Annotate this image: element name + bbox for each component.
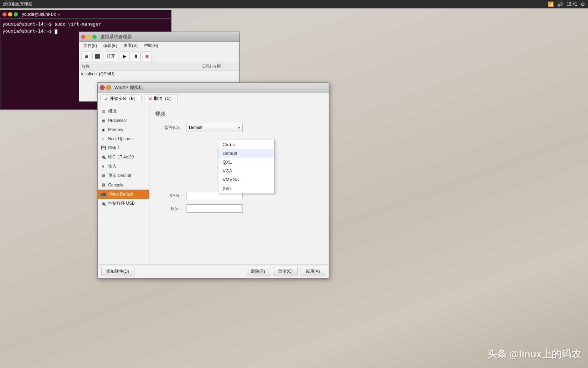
menu-edit[interactable]: 编辑(E) bbox=[100, 42, 120, 49]
sidebar-item-overview[interactable]: 🖥 概况 bbox=[98, 107, 149, 116]
vm-sidebar: 🖥 概况 ▦ Processor ▣ Memory ⌗ Boot Options… bbox=[98, 105, 149, 264]
toolbar-pause-btn[interactable]: ⏸ bbox=[131, 52, 141, 61]
apply-btn[interactable]: 应用(A) bbox=[301, 267, 325, 276]
taskbar-right: 📶 🔊 15:41 ⚙ bbox=[548, 1, 585, 7]
pause-icon: ⏸ bbox=[134, 54, 138, 59]
model-arrow: ▼ bbox=[237, 126, 241, 130]
sidebar-label-memory: Memory bbox=[108, 127, 123, 132]
cancel-action-label: 取消（C） bbox=[154, 96, 174, 102]
taskbar-time: 15:41 bbox=[567, 2, 577, 7]
model-label: 型号(O)： bbox=[155, 125, 183, 131]
model-dropdown: Cirrus Default QXL VGA VMVGA Xen bbox=[218, 140, 275, 193]
model-select-wrapper: Default ▼ Cirrus Default QXL VGA VMVGA X… bbox=[187, 123, 243, 132]
terminal-title: youxia@ubunt-14: ~ bbox=[22, 12, 60, 17]
overview-icon: 🖥 bbox=[100, 109, 106, 114]
sidebar-item-input[interactable]: 🖱 输入 bbox=[98, 162, 149, 171]
sidebar-item-disk1[interactable]: 💾 Disk 1 bbox=[98, 143, 149, 152]
dropdown-item-xen[interactable]: Xen bbox=[218, 184, 274, 193]
col-name: 名称 bbox=[81, 63, 202, 69]
toolbar-details-btn[interactable]: ⬛ bbox=[92, 52, 102, 61]
table-row[interactable]: localhost (QEMU) bbox=[79, 70, 239, 78]
vm-name: localhost (QEMU) bbox=[81, 71, 202, 76]
sidebar-label-overview: 概况 bbox=[108, 108, 117, 114]
vm-dialog-minimize-btn[interactable] bbox=[106, 85, 111, 90]
sidebar-item-processor[interactable]: ▦ Processor bbox=[98, 116, 149, 125]
vm-dialog-close-btn[interactable]: ✕ bbox=[100, 85, 105, 90]
console-icon: 🖥 bbox=[100, 182, 106, 188]
sidebar-label-boot: Boot Options bbox=[108, 136, 132, 141]
virt-manager-close-btn[interactable] bbox=[81, 35, 85, 39]
menu-help[interactable]: 帮助(H) bbox=[141, 42, 161, 49]
display-icon: 🖥 bbox=[100, 173, 106, 179]
details-icon: ⬛ bbox=[94, 54, 100, 59]
cancel-icon: ✕ bbox=[148, 96, 153, 102]
ram-label: RAM： bbox=[155, 193, 183, 199]
watermark: 头条 @linux上的码农 bbox=[487, 348, 581, 361]
form-row-model: 型号(O)： Default ▼ Cirrus Default QXL VGA … bbox=[155, 123, 323, 132]
vm-dialog-actionbar: ✔ 开始安装（B） ✕ 取消（C） bbox=[98, 93, 329, 105]
virt-manager-menubar: 文件(F) 编辑(E) 查看(V) 帮助(H) bbox=[79, 42, 239, 50]
taskbar-left: 虚拟系统管理器 bbox=[3, 1, 32, 7]
processor-icon: ▦ bbox=[100, 118, 106, 123]
new-icon: 🖥 bbox=[84, 54, 89, 59]
terminal-maximize-btn[interactable] bbox=[14, 12, 18, 16]
stop-icon: ⏹ bbox=[145, 54, 149, 59]
cancel-btn[interactable]: 取消(C) bbox=[273, 267, 298, 276]
sidebar-item-display[interactable]: 🖥 显示 Default bbox=[98, 171, 149, 180]
sidebar-item-memory[interactable]: ▣ Memory bbox=[98, 125, 149, 134]
disk-icon: 💾 bbox=[100, 145, 106, 151]
sidebar-item-video[interactable]: 📺 Video Default bbox=[98, 190, 149, 199]
terminal-minimize-btn[interactable] bbox=[8, 12, 12, 16]
menu-view[interactable]: 查看(V) bbox=[121, 42, 140, 49]
boot-icon: ⌗ bbox=[100, 136, 106, 142]
sidebar-label-console: Console bbox=[108, 183, 124, 188]
cancel-action-btn[interactable]: ✕ 取消（C） bbox=[145, 94, 178, 103]
taskbar-app-title: 虚拟系统管理器 bbox=[3, 1, 32, 7]
vm-cpu bbox=[202, 71, 237, 76]
menu-file[interactable]: 文件(F) bbox=[80, 42, 100, 49]
add-hardware-btn[interactable]: 添加硬件(D) bbox=[101, 267, 134, 276]
delete-btn[interactable]: 删除(R) bbox=[246, 267, 271, 276]
headers-input[interactable] bbox=[187, 204, 243, 213]
dropdown-item-qxl[interactable]: QXL bbox=[218, 158, 274, 166]
sidebar-item-usb[interactable]: 🔌 控制程序 USB bbox=[98, 199, 149, 208]
begin-install-btn[interactable]: ✔ 开始安装（B） bbox=[100, 94, 142, 103]
open-label: 打开 bbox=[107, 53, 115, 59]
footer-left: 添加硬件(D) bbox=[101, 267, 134, 276]
volume-icon: 🔊 bbox=[557, 1, 563, 7]
input-icon: 🖱 bbox=[100, 164, 106, 169]
nic-icon: 🔌 bbox=[100, 154, 106, 160]
toolbar-play-btn[interactable]: ▶ bbox=[120, 52, 130, 61]
vm-dialog: ✕ WinXP 虚拟机 ✔ 开始安装（B） ✕ 取消（C） 🖥 概况 ▦ Pro… bbox=[97, 82, 329, 279]
usb-icon: 🔌 bbox=[100, 201, 106, 206]
toolbar-open-btn[interactable]: 打开 bbox=[104, 52, 118, 61]
sidebar-label-nic: NIC :17:4c:39 bbox=[108, 155, 134, 159]
terminal-close-btn[interactable] bbox=[2, 12, 7, 16]
dropdown-item-vmvga[interactable]: VMVGA bbox=[218, 175, 274, 184]
dropdown-item-default[interactable]: Default bbox=[218, 149, 274, 158]
toolbar-stop-btn[interactable]: ⏹ bbox=[142, 52, 152, 61]
sidebar-label-usb: 控制程序 USB bbox=[108, 200, 135, 206]
dropdown-item-cirrus[interactable]: Cirrus bbox=[218, 140, 274, 149]
sidebar-label-display: 显示 Default bbox=[108, 173, 131, 179]
table-header: 名称 CPU 占用 bbox=[79, 63, 239, 70]
virt-manager-maximize-btn[interactable] bbox=[92, 35, 97, 39]
model-value: Default bbox=[189, 125, 202, 130]
toolbar-new-btn[interactable]: 🖥 bbox=[81, 52, 91, 61]
footer-right: 删除(R) 取消(C) 应用(A) bbox=[246, 267, 325, 276]
watermark-text: 头条 @linux上的码农 bbox=[487, 349, 581, 360]
sidebar-item-boot-options[interactable]: ⌗ Boot Options bbox=[98, 134, 149, 143]
sidebar-item-nic[interactable]: 🔌 NIC :17:4c:39 bbox=[98, 152, 149, 162]
model-select[interactable]: Default ▼ bbox=[187, 123, 243, 132]
sidebar-label-processor: Processor bbox=[108, 118, 127, 123]
vm-dialog-body: 🖥 概况 ▦ Processor ▣ Memory ⌗ Boot Options… bbox=[98, 105, 329, 264]
virt-manager-minimize-btn[interactable] bbox=[87, 35, 91, 39]
settings-icon[interactable]: ⚙ bbox=[581, 1, 585, 7]
sidebar-label-video: Video Default bbox=[108, 192, 133, 197]
vm-dialog-footer: 添加硬件(D) 删除(R) 取消(C) 应用(A) bbox=[98, 264, 329, 278]
vm-dialog-titlebar: ✕ WinXP 虚拟机 bbox=[98, 83, 329, 93]
dropdown-item-vga[interactable]: VGA bbox=[218, 166, 274, 175]
terminal-titlebar: youxia@ubunt-14: ~ bbox=[0, 10, 171, 19]
virt-manager-title: 虚拟系统管理器 bbox=[100, 34, 132, 40]
sidebar-item-console[interactable]: 🖥 Console bbox=[98, 180, 149, 190]
